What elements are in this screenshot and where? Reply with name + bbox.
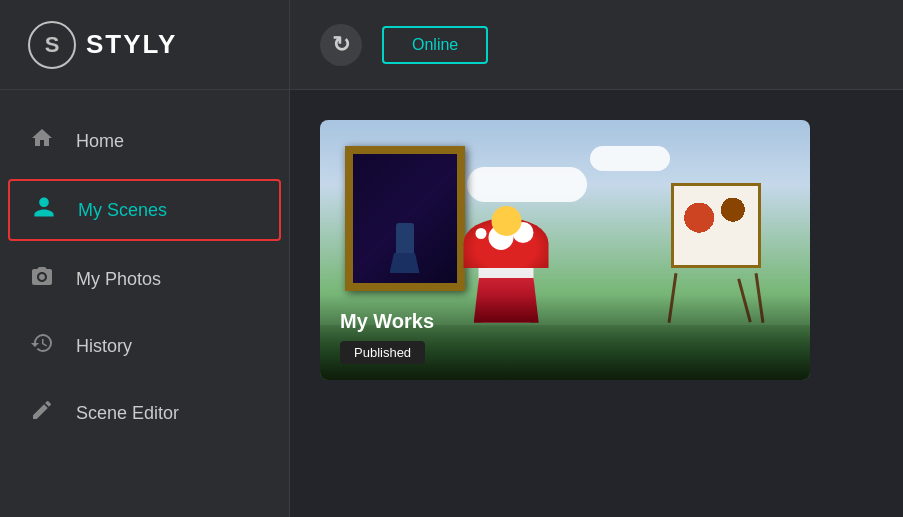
sidebar-item-scene-editor[interactable]: Scene Editor	[0, 382, 289, 444]
refresh-button[interactable]: ↻	[320, 24, 362, 66]
topbar: S STYLY ↻ Online	[0, 0, 903, 90]
sidebar-item-home[interactable]: Home	[0, 110, 289, 172]
sidebar-item-my-photos[interactable]: My Photos	[0, 248, 289, 310]
pencil-icon	[28, 398, 56, 428]
sidebar-item-my-scenes[interactable]: My Scenes	[8, 179, 281, 241]
scene-card[interactable]: My Works Published	[320, 120, 810, 380]
cloud-1	[467, 167, 587, 202]
easel-art	[674, 186, 758, 265]
scene-area: My Works Published	[290, 90, 903, 517]
logo-icon: S	[28, 21, 76, 69]
sidebar-item-history[interactable]: History	[0, 315, 289, 377]
camera-icon	[28, 264, 56, 294]
topbar-main: ↻ Online	[290, 24, 903, 66]
online-button[interactable]: Online	[382, 26, 488, 64]
logo-text: STYLY	[86, 29, 177, 60]
clock-icon	[28, 331, 56, 361]
sidebar-label-my-photos: My Photos	[76, 269, 161, 290]
sidebar-label-home: Home	[76, 131, 124, 152]
sidebar-label-scene-editor: Scene Editor	[76, 403, 179, 424]
main-content: Home My Scenes My Photos History	[0, 90, 903, 517]
home-icon	[28, 126, 56, 156]
sidebar-label-history: History	[76, 336, 132, 357]
easel-canvas	[671, 183, 761, 268]
person-icon	[30, 195, 58, 225]
refresh-icon: ↻	[332, 32, 350, 58]
scene-badge: Published	[340, 341, 425, 364]
sidebar-label-my-scenes: My Scenes	[78, 200, 167, 221]
painting-frame	[345, 146, 465, 291]
sidebar-header: S STYLY	[0, 0, 290, 89]
cloud-2	[590, 146, 670, 171]
scene-info: My Works Published	[320, 294, 810, 380]
sidebar: Home My Scenes My Photos History	[0, 90, 290, 517]
scene-title: My Works	[340, 310, 790, 333]
painting-inner	[353, 154, 457, 283]
